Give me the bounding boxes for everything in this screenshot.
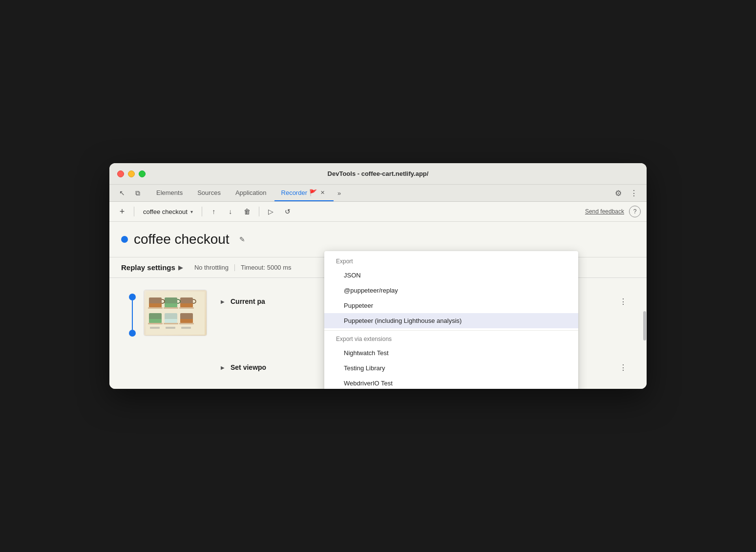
tabs-row: ↖ ⧉ Elements Sources Application Recorde…: [109, 185, 647, 202]
traffic-lights: [117, 170, 146, 177]
cursor-icon-btn[interactable]: ↖: [115, 186, 129, 200]
edit-title-btn[interactable]: ✎: [235, 233, 249, 246]
timeout-label: Timeout: 5000 ms: [241, 264, 292, 271]
dropdown-item-webdriverio[interactable]: WebdriverIO Test: [324, 376, 578, 389]
toolbar: + coffee checkout ▾ ↑ ↓ 🗑 ▷ ↺ Send feedb…: [109, 202, 647, 222]
add-icon: +: [120, 207, 125, 217]
svg-rect-17: [164, 323, 178, 324]
settings-info: No throttling Timeout: 5000 ms: [194, 264, 292, 271]
step-expand-icon-2: ▶: [221, 365, 225, 370]
no-throttling-label: No throttling: [194, 264, 229, 271]
timeline-dot-2: [129, 330, 136, 337]
send-feedback-btn[interactable]: Send feedback: [583, 206, 626, 217]
tab-tool-icons: ↖ ⧉: [115, 186, 145, 200]
step-expand-icon: ▶: [221, 299, 225, 304]
svg-rect-15: [179, 307, 194, 309]
devtools-window: DevTools - coffee-cart.netlify.app/ ↖ ⧉ …: [109, 163, 647, 389]
replay-icon: ↺: [285, 208, 291, 215]
recording-title: coffee checkout: [134, 232, 230, 247]
recorder-label: Recorder: [281, 189, 307, 196]
chevron-down-icon: ▾: [190, 209, 193, 214]
tabs-settings: ⚙ ⋮: [611, 186, 641, 200]
recording-selector-name: coffee checkout: [143, 208, 188, 215]
download-icon: ↓: [229, 208, 232, 215]
thumbnail-image: [144, 290, 207, 336]
arrow-right-icon: ▶: [178, 264, 183, 271]
step-thumbnail: [144, 290, 207, 336]
step-more-btn-2[interactable]: ⋮: [617, 361, 629, 373]
svg-rect-21: [181, 327, 191, 329]
export-dropdown: Export JSON @puppeteer/replay Puppeteer …: [324, 251, 578, 389]
scrollbar-thumb[interactable]: [643, 311, 646, 340]
svg-rect-12: [180, 319, 193, 323]
play-icon: ▷: [268, 208, 273, 215]
tab-sources[interactable]: Sources: [190, 185, 228, 201]
scrollbar-track[interactable]: [643, 307, 647, 389]
recording-selector[interactable]: coffee checkout ▾: [139, 206, 197, 217]
edit-icon: ✎: [239, 235, 245, 243]
device-toggle-btn[interactable]: ⧉: [131, 186, 145, 200]
window-title: DevTools - coffee-cart.netlify.app/: [328, 170, 429, 177]
dropdown-item-puppeteer[interactable]: Puppeteer: [324, 298, 578, 313]
svg-rect-10: [165, 319, 177, 323]
tab-recorder[interactable]: Recorder 🚩 ✕: [274, 185, 334, 201]
export-section-label: Export: [324, 255, 578, 268]
svg-rect-18: [179, 323, 194, 324]
timeline-dot-1: [129, 294, 136, 300]
download-btn[interactable]: ↓: [224, 205, 237, 218]
recorder-close-btn[interactable]: ✕: [319, 189, 327, 196]
tabs-more-btn[interactable]: »: [335, 186, 344, 201]
svg-rect-6: [180, 303, 193, 307]
upload-btn[interactable]: ↑: [207, 205, 221, 218]
toolbar-divider-1: [134, 207, 134, 216]
tab-elements[interactable]: Elements: [149, 185, 189, 201]
toolbar-divider-2: [202, 207, 202, 216]
export-via-section-label: Export via extensions: [324, 333, 578, 345]
help-btn[interactable]: ?: [629, 206, 641, 217]
svg-rect-8: [149, 319, 162, 323]
settings-icon: ⚙: [615, 189, 622, 198]
play-btn[interactable]: ▷: [264, 205, 278, 218]
cursor-icon: ↖: [119, 189, 125, 197]
recording-status-dot: [121, 236, 128, 243]
toolbar-divider-3: [259, 207, 259, 216]
svg-rect-2: [149, 303, 162, 307]
more-vert-icon: ⋮: [630, 189, 638, 198]
close-button[interactable]: [117, 170, 124, 177]
main-content: coffee checkout ✎ Replay settings ▶ No t…: [109, 222, 647, 389]
svg-rect-14: [164, 307, 178, 309]
dropdown-item-testing-library[interactable]: Testing Library: [324, 361, 578, 376]
settings-btn[interactable]: ⚙: [611, 186, 625, 200]
tab-application[interactable]: Application: [229, 185, 273, 201]
step-set-viewport-title: Set viewpo: [231, 363, 266, 371]
add-recording-btn[interactable]: +: [115, 205, 129, 218]
recorder-flag-icon: 🚩: [309, 189, 317, 196]
timeline-line-1: [132, 300, 133, 330]
svg-rect-4: [165, 303, 177, 307]
svg-rect-19: [150, 327, 160, 329]
svg-rect-20: [166, 327, 175, 329]
delete-icon: 🗑: [244, 208, 251, 215]
dropdown-item-puppeteer-replay[interactable]: @puppeteer/replay: [324, 283, 578, 298]
titlebar: DevTools - coffee-cart.netlify.app/: [109, 163, 647, 185]
help-icon: ?: [633, 208, 637, 215]
maximize-button[interactable]: [139, 170, 146, 177]
svg-rect-16: [148, 323, 163, 324]
replay-settings-label: Replay settings: [121, 263, 175, 272]
dropdown-separator: [324, 330, 578, 331]
dropdown-item-puppeteer-lighthouse[interactable]: Puppeteer (including Lighthouse analysis…: [324, 313, 578, 328]
minimize-button[interactable]: [128, 170, 135, 177]
dropdown-item-json[interactable]: JSON: [324, 268, 578, 283]
delete-btn[interactable]: 🗑: [240, 205, 254, 218]
more-options-btn[interactable]: ⋮: [627, 186, 641, 200]
svg-rect-13: [148, 307, 163, 309]
dropdown-item-nightwatch[interactable]: Nightwatch Test: [324, 345, 578, 361]
replay-btn[interactable]: ↺: [281, 205, 294, 218]
upload-icon: ↑: [212, 208, 215, 215]
replay-settings-btn[interactable]: Replay settings ▶: [121, 263, 183, 272]
step-current-page-title: Current pa: [231, 297, 265, 305]
step-more-btn[interactable]: ⋮: [617, 296, 629, 307]
device-icon: ⧉: [135, 189, 140, 197]
settings-divider: [234, 264, 235, 271]
